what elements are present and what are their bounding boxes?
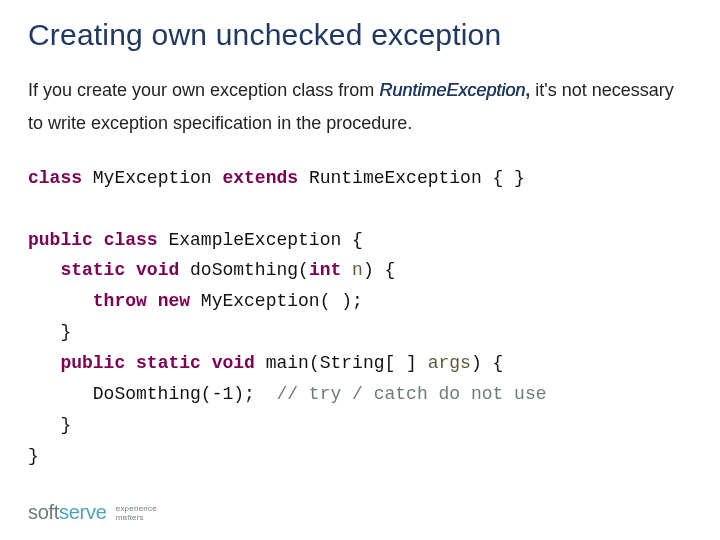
code-text: DoSomthing(-1); [93,384,277,404]
code-indent [28,260,60,280]
code-text: } [28,446,39,466]
code-text [125,260,136,280]
code-indent [28,384,93,404]
kw-int: int [309,260,341,280]
code-text: MyException( ); [190,291,363,311]
code-text: ExampleException { [158,230,363,250]
intro-paragraph: If you create your own exception class f… [28,74,692,141]
slide: Creating own unchecked exception If you … [0,0,720,540]
kw-void: void [136,260,179,280]
code-arg: args [428,353,471,373]
kw-throw: throw [93,291,147,311]
kw-static: static [136,353,201,373]
kw-extends: extends [222,168,298,188]
intro-runtime-exception: RuntimeException [379,80,525,100]
code-text: ) { [363,260,395,280]
kw-static: static [60,260,125,280]
code-text: doSomthing( [179,260,309,280]
kw-public: public [60,353,125,373]
code-indent [28,322,60,342]
code-text [341,260,352,280]
kw-void: void [212,353,255,373]
footer-logo: softserve experience matters [28,501,157,524]
code-block: class MyException extends RuntimeExcepti… [28,163,692,473]
code-text: } [60,322,71,342]
page-title: Creating own unchecked exception [28,18,692,52]
code-arg: n [352,260,363,280]
code-text [125,353,136,373]
logo-part-b: serve [59,501,106,523]
code-text: } [60,415,71,435]
code-indent [28,415,60,435]
kw-new: new [158,291,190,311]
code-indent [28,291,93,311]
kw-class: class [28,168,82,188]
intro-before: If you create your own exception class f… [28,80,379,100]
code-comment: // try / catch do not use [276,384,546,404]
code-text: ) { [471,353,503,373]
code-text: RuntimeException { } [298,168,525,188]
code-text [147,291,158,311]
logo-tagline: experience matters [116,505,157,522]
code-indent [28,353,60,373]
logo-part-a: soft [28,501,59,523]
code-text [201,353,212,373]
logo-tag-line2: matters [116,513,144,522]
kw-public: public [28,230,93,250]
kw-class: class [104,230,158,250]
code-text: MyException [82,168,222,188]
code-text: main(String[ ] [255,353,428,373]
code-text [93,230,104,250]
